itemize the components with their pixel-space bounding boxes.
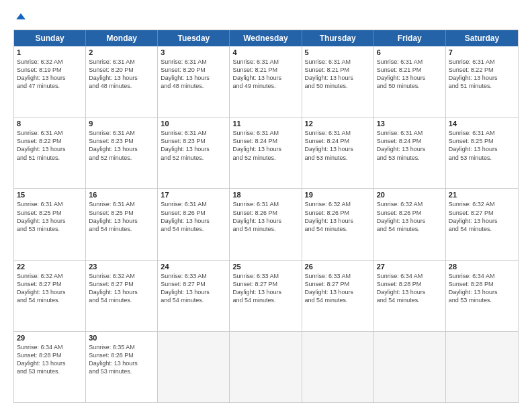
day-cell-1: 1Sunrise: 6:32 AMSunset: 8:19 PMDaylight… (14, 46, 86, 117)
day-number: 22 (17, 263, 83, 271)
logo (13, 11, 27, 23)
day-cell-7: 7Sunrise: 6:31 AMSunset: 8:22 PMDaylight… (446, 46, 518, 117)
cell-info-line: Sunset: 8:27 PM (161, 280, 226, 288)
day-cell-16: 16Sunrise: 6:31 AMSunset: 8:25 PMDayligh… (86, 189, 158, 259)
day-cell-17: 17Sunrise: 6:31 AMSunset: 8:26 PMDayligh… (158, 189, 230, 259)
cell-info-line: and 52 minutes. (161, 154, 226, 162)
cell-info-line: Sunset: 8:23 PM (161, 137, 226, 145)
cell-info-line: Daylight: 13 hours (305, 74, 371, 82)
cell-info-line: and 53 minutes. (449, 154, 515, 162)
cell-info-line: Sunrise: 6:31 AM (449, 58, 515, 66)
day-number: 21 (449, 191, 515, 199)
day-cell-5: 5Sunrise: 6:31 AMSunset: 8:21 PMDaylight… (302, 46, 374, 117)
day-cell-13: 13Sunrise: 6:31 AMSunset: 8:24 PMDayligh… (374, 118, 446, 188)
day-cell-29: 29Sunrise: 6:34 AMSunset: 8:28 PMDayligh… (14, 332, 86, 402)
cell-info-line: Daylight: 13 hours (161, 288, 226, 296)
day-number: 8 (17, 120, 83, 128)
cell-info-line: Sunrise: 6:35 AM (89, 343, 154, 351)
day-cell-4: 4Sunrise: 6:31 AMSunset: 8:21 PMDaylight… (230, 46, 302, 117)
cell-info-line: Daylight: 13 hours (377, 74, 443, 82)
cell-info-line: Daylight: 13 hours (232, 145, 298, 153)
cell-info-line: Sunrise: 6:31 AM (161, 129, 226, 137)
cell-info-line: Daylight: 13 hours (161, 145, 226, 153)
day-number: 24 (161, 263, 226, 271)
cell-info-line: Sunset: 8:21 PM (305, 66, 371, 74)
day-cell-20: 20Sunrise: 6:32 AMSunset: 8:26 PMDayligh… (374, 189, 446, 259)
cell-info-line: Daylight: 13 hours (232, 74, 298, 82)
day-cell-27: 27Sunrise: 6:34 AMSunset: 8:28 PMDayligh… (374, 261, 446, 331)
cell-info-line: Sunset: 8:23 PM (89, 137, 154, 145)
empty-cell (158, 332, 230, 402)
cell-info-line: and 53 minutes. (305, 154, 371, 162)
cell-info-line: Daylight: 13 hours (305, 288, 371, 296)
cell-info-line: Sunset: 8:25 PM (449, 137, 515, 145)
cell-info-line: and 54 minutes. (449, 225, 515, 233)
weekday-header-sunday: Sunday (14, 30, 86, 46)
cell-info-line: and 52 minutes. (232, 154, 298, 162)
cell-info-line: Sunrise: 6:31 AM (161, 58, 226, 66)
cell-info-line: Sunset: 8:20 PM (161, 66, 226, 74)
day-cell-15: 15Sunrise: 6:31 AMSunset: 8:25 PMDayligh… (14, 189, 86, 259)
cell-info-line: Sunrise: 6:31 AM (449, 129, 515, 137)
cell-info-line: Sunset: 8:27 PM (89, 280, 154, 288)
day-number: 11 (232, 120, 298, 128)
day-cell-9: 9Sunrise: 6:31 AMSunset: 8:23 PMDaylight… (86, 118, 158, 188)
day-cell-26: 26Sunrise: 6:33 AMSunset: 8:27 PMDayligh… (302, 261, 374, 331)
cell-info-line: Sunrise: 6:31 AM (89, 129, 154, 137)
day-number: 4 (232, 48, 298, 56)
cell-info-line: Sunrise: 6:32 AM (17, 58, 83, 66)
day-number: 3 (161, 48, 226, 56)
cell-info-line: Sunset: 8:22 PM (449, 66, 515, 74)
header (13, 11, 519, 23)
cell-info-line: Sunrise: 6:31 AM (161, 200, 226, 208)
day-number: 26 (305, 263, 371, 271)
cell-info-line: Sunrise: 6:31 AM (89, 200, 154, 208)
cell-info-line: Sunset: 8:24 PM (232, 137, 298, 145)
cell-info-line: Sunset: 8:25 PM (89, 209, 154, 217)
weekday-header-tuesday: Tuesday (158, 30, 230, 46)
cell-info-line: Sunset: 8:27 PM (232, 280, 298, 288)
cell-info-line: and 53 minutes. (89, 367, 154, 375)
cell-info-line: and 47 minutes. (17, 82, 83, 90)
day-cell-19: 19Sunrise: 6:32 AMSunset: 8:26 PMDayligh… (302, 189, 374, 259)
day-cell-6: 6Sunrise: 6:31 AMSunset: 8:21 PMDaylight… (374, 46, 446, 117)
cell-info-line: and 54 minutes. (17, 296, 83, 304)
day-number: 17 (161, 191, 226, 199)
cell-info-line: Sunrise: 6:33 AM (161, 272, 226, 280)
cell-info-line: and 51 minutes. (17, 154, 83, 162)
empty-cell (374, 332, 446, 402)
cell-info-line: Daylight: 13 hours (232, 217, 298, 225)
cell-info-line: Sunrise: 6:31 AM (232, 58, 298, 66)
cell-info-line: Daylight: 13 hours (305, 145, 371, 153)
cell-info-line: and 51 minutes. (449, 82, 515, 90)
cell-info-line: Sunset: 8:19 PM (17, 66, 83, 74)
cell-info-line: Daylight: 13 hours (17, 145, 83, 153)
day-number: 7 (449, 48, 515, 56)
cell-info-line: Sunrise: 6:32 AM (305, 200, 371, 208)
cell-info-line: Sunrise: 6:34 AM (449, 272, 515, 280)
cell-info-line: and 48 minutes. (89, 82, 154, 90)
cell-info-line: Sunrise: 6:31 AM (17, 200, 83, 208)
cell-info-line: Sunset: 8:26 PM (305, 209, 371, 217)
cell-info-line: Daylight: 13 hours (89, 74, 154, 82)
calendar-row-4: 22Sunrise: 6:32 AMSunset: 8:27 PMDayligh… (14, 261, 518, 332)
cell-info-line: Daylight: 13 hours (17, 74, 83, 82)
empty-cell (446, 332, 518, 402)
day-number: 14 (449, 120, 515, 128)
empty-cell (302, 332, 374, 402)
day-cell-22: 22Sunrise: 6:32 AMSunset: 8:27 PMDayligh… (14, 261, 86, 331)
cell-info-line: and 53 minutes. (17, 367, 83, 375)
day-number: 29 (17, 334, 83, 342)
cell-info-line: Daylight: 13 hours (17, 288, 83, 296)
day-cell-30: 30Sunrise: 6:35 AMSunset: 8:28 PMDayligh… (86, 332, 158, 402)
calendar-row-5: 29Sunrise: 6:34 AMSunset: 8:28 PMDayligh… (14, 332, 518, 402)
day-number: 30 (89, 334, 154, 342)
cell-info-line: and 48 minutes. (161, 82, 226, 90)
cell-info-line: Daylight: 13 hours (161, 74, 226, 82)
cell-info-line: Sunrise: 6:34 AM (17, 343, 83, 351)
cell-info-line: Daylight: 13 hours (17, 359, 83, 367)
cell-info-line: and 53 minutes. (17, 225, 83, 233)
cell-info-line: Sunset: 8:27 PM (449, 209, 515, 217)
day-number: 12 (305, 120, 371, 128)
cell-info-line: Sunset: 8:28 PM (449, 280, 515, 288)
